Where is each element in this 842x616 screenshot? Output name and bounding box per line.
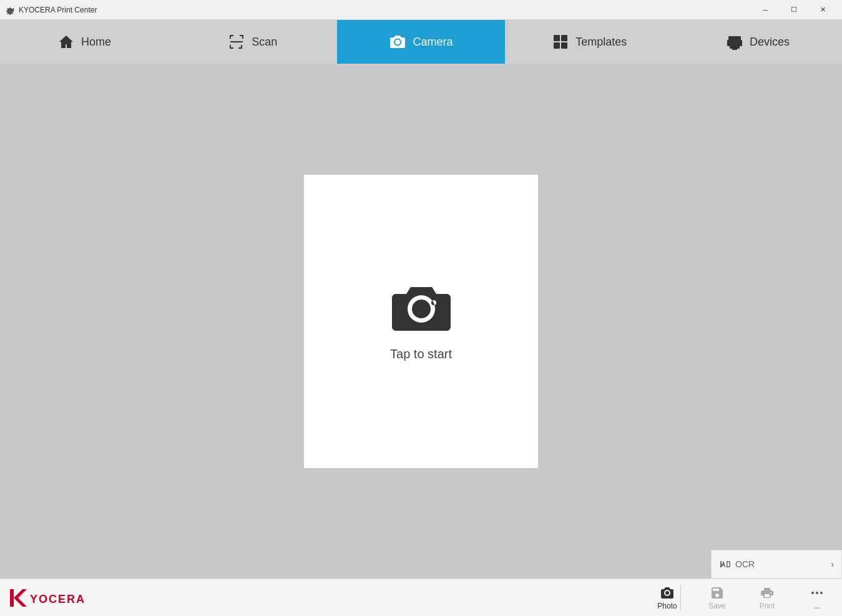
svg-point-13 <box>820 592 823 594</box>
app-title: KYOCERA Print Center <box>19 6 97 14</box>
ocr-left: OCR <box>719 559 755 570</box>
tab-home-label: Home <box>81 36 111 49</box>
tap-to-start-label: Tap to start <box>390 347 452 361</box>
close-button[interactable]: ✕ <box>808 0 837 20</box>
camera-tab-icon <box>389 33 406 51</box>
nav-bar: Home Scan Camera Templates <box>0 20 842 64</box>
main-content: Tap to start <box>0 64 842 579</box>
scan-icon <box>228 33 245 51</box>
svg-rect-0 <box>554 35 560 41</box>
tab-scan[interactable]: Scan <box>169 20 337 64</box>
camera-large-icon <box>387 281 456 337</box>
svg-rect-5 <box>728 36 741 41</box>
ocr-icon <box>719 559 730 570</box>
tab-templates[interactable]: Templates <box>505 20 673 64</box>
photo-label: Photo <box>657 602 677 610</box>
svg-point-11 <box>811 592 814 594</box>
bottom-actions: Photo Save Print <box>642 579 842 616</box>
templates-icon <box>552 33 569 51</box>
tab-camera[interactable]: Camera <box>337 20 506 64</box>
title-bar-left: KYOCERA Print Center <box>5 5 97 15</box>
more-icon <box>810 585 825 600</box>
more-label: ... <box>814 602 820 610</box>
kyocera-logo-svg: YOCERA <box>10 587 91 609</box>
svg-rect-7 <box>732 49 737 50</box>
print-icon <box>760 585 775 600</box>
tab-home[interactable]: Home <box>0 20 169 64</box>
save-label: Save <box>708 602 725 610</box>
svg-point-12 <box>816 592 818 594</box>
print-button[interactable]: Print <box>742 579 792 616</box>
kyocera-logo: YOCERA <box>0 579 101 616</box>
home-icon <box>57 33 75 51</box>
svg-rect-1 <box>561 35 567 41</box>
svg-text:YOCERA: YOCERA <box>30 593 86 605</box>
ocr-chevron-icon: › <box>831 559 834 569</box>
svg-rect-3 <box>561 42 567 49</box>
ocr-panel[interactable]: OCR › <box>711 550 842 579</box>
photo-button[interactable]: Photo <box>642 579 692 616</box>
svg-rect-6 <box>730 46 740 49</box>
tab-devices[interactable]: Devices <box>673 20 842 64</box>
print-label: Print <box>760 602 775 610</box>
bottom-bar: YOCERA Photo Save <box>0 579 842 616</box>
maximize-button[interactable]: ☐ <box>780 0 808 20</box>
minimize-button[interactable]: ─ <box>751 0 780 20</box>
title-bar-controls: ─ ☐ ✕ <box>751 0 837 20</box>
save-icon <box>710 585 725 600</box>
tab-devices-label: Devices <box>750 36 790 49</box>
title-bar: KYOCERA Print Center ─ ☐ ✕ <box>0 0 842 20</box>
tab-templates-label: Templates <box>575 36 627 49</box>
svg-marker-9 <box>14 589 27 607</box>
photo-icon <box>660 585 675 600</box>
app-icon <box>5 5 15 15</box>
devices-icon <box>726 33 743 51</box>
svg-rect-2 <box>554 42 560 49</box>
svg-rect-8 <box>10 589 14 607</box>
tab-scan-label: Scan <box>252 36 277 49</box>
ocr-label: OCR <box>735 559 755 569</box>
camera-preview-card[interactable]: Tap to start <box>304 175 538 468</box>
tab-camera-label: Camera <box>413 36 453 49</box>
more-button[interactable]: ... <box>792 579 842 616</box>
save-button[interactable]: Save <box>692 579 742 616</box>
